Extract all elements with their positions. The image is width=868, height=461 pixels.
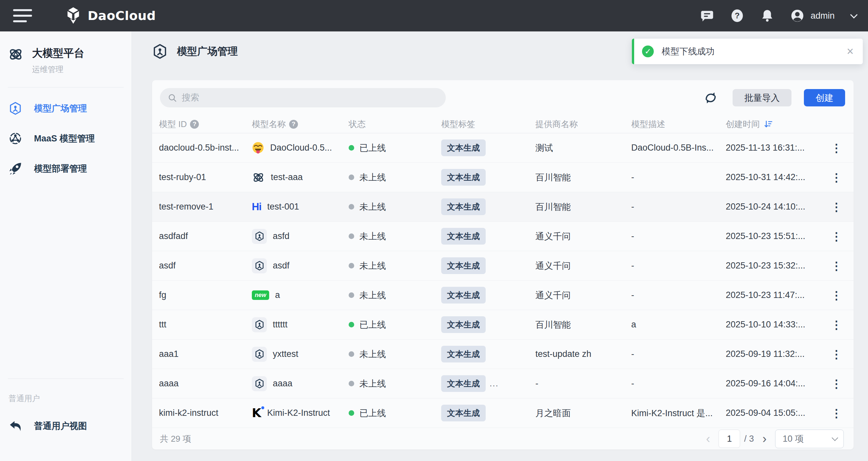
sidebar-item-user-view[interactable]: 普通用户视图 [0,411,131,441]
created-time-cell: 2025-09-04 15:05:... [726,408,819,418]
table-row[interactable]: asdf Hi [152,251,854,281]
rocket-icon [8,162,22,175]
row-actions-button[interactable]: ⋮ [828,259,845,273]
row-actions-button[interactable]: ⋮ [828,318,845,332]
model-name-cell: Hi new K asdf [252,258,349,273]
username[interactable]: admin [810,11,835,21]
row-actions-button[interactable]: ⋮ [828,347,845,361]
table-footer: 共 29 项 ‹ / 3 › 10 项 [152,428,854,450]
row-actions-button[interactable]: ⋮ [828,141,845,155]
sidebar-item-deploy[interactable]: 模型部署管理 [0,153,131,184]
model-id-cell: asdf [159,261,252,271]
status-label: 未上线 [360,289,386,301]
model-list-card: 批量导入 创建 模型 ID? 模型名称? 状态 模型标签 提供商名称 模型描述 … [152,80,854,450]
page-total: / 3 [744,434,754,444]
sidebar-item-label: 模型广场管理 [34,103,87,114]
description-cell: - [631,172,726,182]
prev-page-icon[interactable]: ‹ [706,432,710,446]
provider-cell: 月之暗面 [535,407,631,419]
row-actions-button[interactable]: ⋮ [828,288,845,302]
help-icon[interactable]: ? [289,120,298,129]
bulk-import-button[interactable]: 批量导入 [733,89,792,107]
page-title: 模型广场管理 [177,45,238,58]
create-button[interactable]: 创建 [804,89,845,107]
description-cell: - [631,261,726,271]
status-dot [349,292,354,298]
help-icon[interactable]: ? [190,120,199,129]
avatar[interactable] [790,8,805,23]
col-status: 状态 [349,118,366,130]
model-badge-icon [252,258,267,273]
table-row[interactable]: asdfadf Hi [152,222,854,251]
page-size-value: 10 项 [783,433,804,444]
toast-message: 模型下线成功 [662,46,715,57]
description-cell: - [631,378,726,388]
status-dot [349,233,354,239]
table-row[interactable]: kimi-k2-instruct Hi [152,399,854,428]
platform-atom-icon [8,47,24,62]
notifications-bell-icon[interactable] [760,8,774,23]
description-cell: a [631,320,726,330]
page-title-icon [152,44,168,59]
table-row[interactable]: test-ruby-01 Hi [152,163,854,192]
tag-more: ... [490,378,499,388]
table-row[interactable]: daocloud-0.5b-inst... Hi [152,133,854,163]
toast-close-icon[interactable]: × [847,46,854,57]
search-input[interactable] [182,93,438,103]
model-name: asfd [273,231,289,241]
sidebar-item-maas[interactable]: MaaS 模型管理 [0,123,131,153]
model-id-cell: fg [159,290,252,300]
status-dot [349,410,354,416]
table-row[interactable]: aaaa Hi [152,369,854,399]
feedback-chat-icon[interactable] [700,8,714,23]
table-row[interactable]: test-remove-1 Hi [152,192,854,222]
model-id-cell: test-remove-1 [159,202,252,212]
daocloud-logo-icon [64,6,83,25]
model-name-cell: Hi new K yxttest [252,347,349,362]
model-badge-icon [252,347,267,362]
status-cell: 未上线 [349,348,441,360]
description-cell: - [631,349,726,359]
sidebar-item-model-square[interactable]: 模型广场管理 [0,93,131,123]
sidebar-item-label: MaaS 模型管理 [34,133,95,144]
row-actions-button[interactable]: ⋮ [828,200,845,214]
status-dot [349,174,354,180]
description-cell: Kimi-K2-Instruct 是... [631,407,726,419]
chevron-down-icon[interactable] [850,11,858,19]
model-name-cell: Hi new K Kimi-K2-Instruct [252,406,349,420]
col-description: 模型描述 [631,118,665,130]
status-label: 未上线 [360,172,386,183]
row-actions-button[interactable]: ⋮ [828,171,845,184]
model-badge-icon [252,317,267,332]
model-id-cell: test-ruby-01 [159,172,252,182]
tag-pill: 文本生成 [441,169,486,185]
col-model-id: 模型 ID [159,118,187,130]
page-number-input[interactable] [718,430,740,448]
topbar: DaoCloud ? [0,0,868,31]
row-actions-button[interactable]: ⋮ [828,377,845,391]
col-provider: 提供商名称 [535,118,578,130]
search-box [160,88,446,107]
model-name: a [275,290,280,300]
next-page-icon[interactable]: › [762,432,767,446]
help-icon[interactable]: ? [730,8,744,23]
status-cell: 已上线 [349,407,441,419]
model-name-cell: Hi new K asfd [252,229,349,244]
row-actions-button[interactable]: ⋮ [828,406,845,420]
row-actions-button[interactable]: ⋮ [828,230,845,243]
table-row[interactable]: ttt Hi [152,310,854,340]
page-size-select[interactable]: 10 项 [775,430,844,448]
description-cell: - [631,290,726,300]
model-square-icon [8,102,22,115]
refresh-button[interactable] [703,90,718,106]
provider-cell: 百川智能 [535,172,631,183]
sort-desc-icon[interactable] [764,119,773,129]
created-time-cell: 2025-10-10 14:33:... [726,320,819,330]
table-row[interactable]: fg Hi [152,281,854,310]
created-time-cell: 2025-10-24 14:10:... [726,202,819,212]
status-cell: 已上线 [349,319,441,331]
table-row[interactable]: aaa1 Hi [152,340,854,369]
created-time-cell: 2025-09-16 14:04:... [726,378,819,388]
hamburger-menu-icon[interactable] [13,9,32,22]
chevron-down-icon [832,434,838,441]
